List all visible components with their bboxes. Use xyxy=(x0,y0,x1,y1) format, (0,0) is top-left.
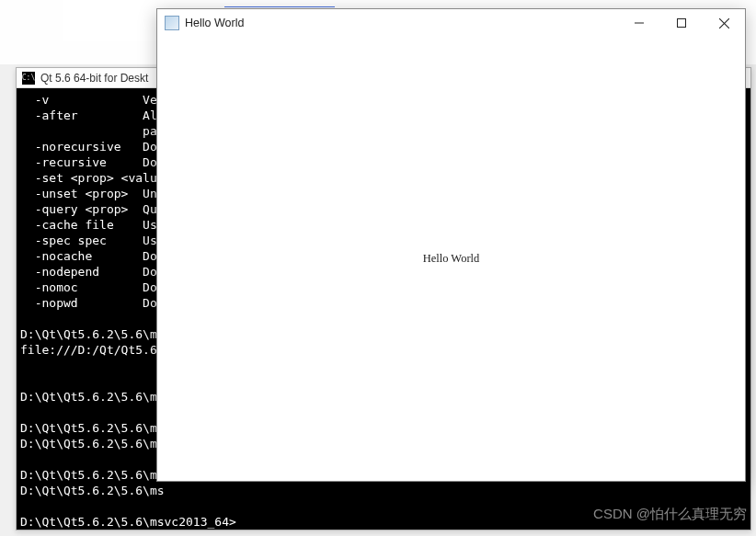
app-titlebar[interactable]: Hello World xyxy=(157,9,745,37)
qml-app-window: Hello World Hello World xyxy=(156,8,746,482)
hello-world-text: Hello World xyxy=(423,252,480,266)
app-icon xyxy=(165,16,179,30)
terminal-title: Qt 5.6 64-bit for Deskt xyxy=(40,72,148,85)
minimize-button[interactable] xyxy=(618,9,660,37)
svg-rect-1 xyxy=(678,19,686,28)
close-icon xyxy=(719,18,729,29)
app-client-area: Hello World xyxy=(157,37,745,480)
maximize-button[interactable] xyxy=(660,9,703,37)
cmd-icon: C:\ xyxy=(22,72,35,85)
close-button[interactable] xyxy=(703,9,745,37)
app-title: Hello World xyxy=(185,17,244,29)
maximize-icon xyxy=(677,18,686,28)
minimize-icon xyxy=(635,18,644,28)
